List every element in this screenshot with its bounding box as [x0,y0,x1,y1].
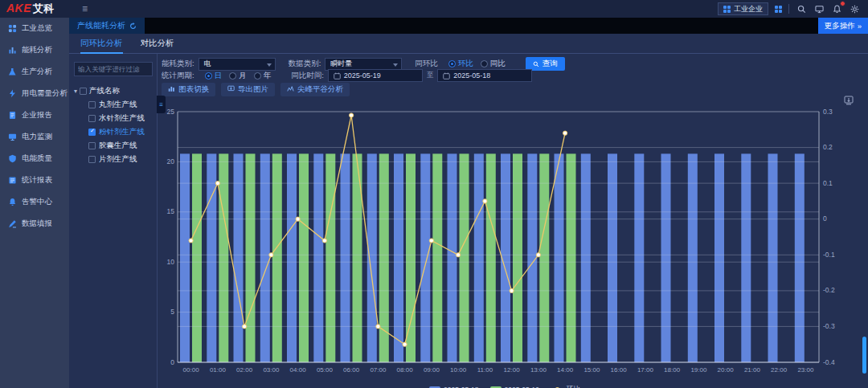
vertical-scrollbar[interactable] [862,337,866,374]
power-monitor-icon [7,133,17,142]
ratio-type-label: 同环比 [415,59,438,69]
filter-row-2: 统计周期: 日月年 同比时间: 2025-05-19 至 2025-05-18 [162,69,532,82]
sidebar-item-label: 电能质量 [22,153,52,164]
action-button-label: 导出图片 [238,84,268,95]
sidebar-item-10[interactable]: 数据填报 [0,213,69,235]
sidebar-item-label: 生产分析 [22,67,52,77]
tree-item-1[interactable]: 丸剂生产线 [74,98,153,112]
tree-item-checkbox[interactable] [88,156,96,163]
analysis-main: 能耗类别: 电 数据类别: 瞬时量 同环比 环比同比 查询 [158,54,868,388]
sidebar-item-1[interactable]: 工业总览 [0,18,69,39]
tree-item-4[interactable]: 胶囊生产线 [74,139,153,153]
svg-text:-0.2: -0.2 [823,286,835,294]
tree-search-input[interactable] [74,62,153,76]
sidebar-item-3[interactable]: 生产分析 [0,61,69,83]
query-button-label: 查询 [542,59,558,69]
sidebar-item-label: 用电需量分析 [22,88,68,99]
svg-text:20: 20 [167,157,175,165]
sidebar-item-7[interactable]: 电能质量 [0,148,69,169]
legend-item-3[interactable]: 环比 [551,385,580,388]
more-actions-button[interactable]: 更多操作» [818,18,868,34]
sidebar-item-9[interactable]: 告警中心 [0,191,69,213]
energy-category-label: 能耗类别: [162,59,194,69]
chevron-down-icon [267,63,272,67]
sidebar-item-label: 电力监测 [22,132,52,142]
sidebar-item-label: 能耗分析 [22,45,52,55]
period-label: 统计周期: [162,71,194,81]
settings-icon[interactable] [849,3,860,14]
sidebar-item-4[interactable]: 用电需量分析 [0,83,69,104]
tree-item-checkbox[interactable] [88,142,96,149]
radio-option-日[interactable]: 日 [205,71,223,81]
svg-text:05:00: 05:00 [317,366,334,374]
radio-option-环比[interactable]: 环比 [448,59,473,69]
action-button-1[interactable]: 图表切换 [162,83,215,96]
more-actions-label: 更多操作 [825,21,855,31]
compare-time-label: 同比时间: [291,71,324,81]
tree-root-checkbox[interactable] [80,88,87,95]
sidebar-item-2[interactable]: 能耗分析 [0,39,69,61]
tree-collapse-handle[interactable]: ≡ [157,96,166,113]
svg-text:0.2: 0.2 [823,143,833,151]
sidebar-item-8[interactable]: 统计报表 [0,169,69,191]
subtab-1[interactable]: 同环比分析 [80,34,123,54]
period-radio-group: 日月年 [205,71,279,81]
tree-item-5[interactable]: 片剂生产线 [74,153,153,166]
demand-lightning-icon [7,89,17,99]
compare-date-end[interactable]: 2025-05-18 [437,69,532,82]
radio-option-年[interactable]: 年 [254,71,272,81]
action-button-3[interactable]: 尖峰平谷分析 [280,83,350,96]
save-image-icon[interactable] [844,94,854,104]
svg-text:07:00: 07:00 [370,366,387,374]
svg-text:11:00: 11:00 [477,366,493,374]
tree-item-checkbox[interactable] [88,115,96,122]
caret-down-icon[interactable]: ▾ [74,88,77,95]
sidebar-item-label: 工业总览 [22,23,52,34]
sidebar-item-5[interactable]: 企业报告 [0,104,69,126]
action-button-2[interactable]: 导出图片 [221,83,275,96]
refresh-icon[interactable] [129,22,137,30]
tree-item-2[interactable]: 水针剂生产线 [74,112,153,125]
tree-item-3[interactable]: 粉针剂生产线 [74,125,153,139]
radio-dot-icon [254,72,261,80]
tab-production-line-energy[interactable]: 产线能耗分析 [69,18,145,34]
search-icon[interactable] [796,3,807,14]
radio-dot-icon [229,72,236,80]
monitor-icon[interactable] [813,3,825,14]
tree-item-checkbox[interactable] [88,129,96,136]
compare-date-start[interactable]: 2025-05-19 [328,69,423,82]
tree-root-node[interactable]: ▾ 产线名称 [74,86,153,96]
tree-item-label: 胶囊生产线 [99,141,137,151]
svg-text:-0.3: -0.3 [823,322,835,330]
chart-canvas[interactable]: 05101520250.30.20.10-0.1-0.2-0.3-0.400:0… [158,99,851,382]
date-separator: 至 [427,71,434,80]
sidebar-item-label: 告警中心 [22,197,52,207]
data-category-value: 瞬时量 [330,59,352,69]
radio-dot-icon [448,60,456,67]
header-divider [788,4,789,14]
radio-label: 年 [264,71,272,81]
compare-date-start-value: 2025-05-19 [344,71,381,80]
content-panel: 同环比分析对比分析 ▾ 产线名称 丸剂生产线水针剂生产线粉针剂生产线胶囊生产线片… [69,34,868,388]
svg-text:15:00: 15:00 [583,366,600,374]
app-root: AKE 艾科 ≡ 工业企业 工业总览能耗 [0,0,868,388]
chart-area: 05101520250.30.20.10-0.1-0.2-0.3-0.400:0… [158,99,851,388]
notification-icon[interactable] [831,3,842,14]
sidebar-menu: 工业总览能耗分析生产分析用电需量分析企业报告电力监测电能质量统计报表告警中心数据… [0,18,69,388]
radio-option-月[interactable]: 月 [229,71,247,81]
apps-grid-icon[interactable] [775,6,782,13]
svg-text:08:00: 08:00 [397,366,414,374]
overview-grid-icon [7,24,17,34]
tree-item-checkbox[interactable] [88,101,96,108]
enterprise-switch-button[interactable]: 工业企业 [718,2,768,15]
radio-option-同比[interactable]: 同比 [481,59,506,69]
tree-item-label: 丸剂生产线 [99,100,137,110]
energy-bars-icon [7,46,17,55]
subtab-2[interactable]: 对比分析 [141,34,174,54]
notification-badge [840,1,845,6]
sidebar-item-6[interactable]: 电力监测 [0,126,69,148]
radio-label: 环比 [458,59,473,69]
svg-text:-0.4: -0.4 [823,358,835,366]
sidebar-collapse-icon[interactable]: ≡ [82,3,88,14]
energy-category-value: 电 [204,59,211,69]
